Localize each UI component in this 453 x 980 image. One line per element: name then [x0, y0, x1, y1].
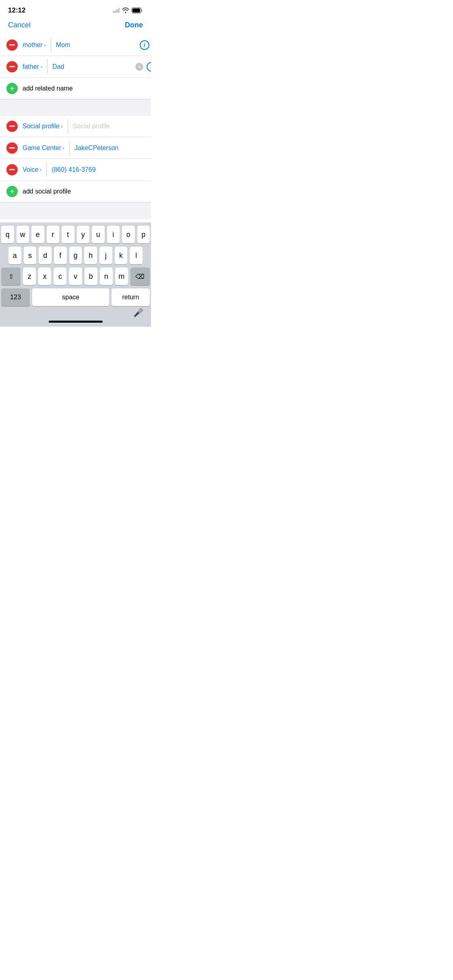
key-i[interactable]: i — [107, 226, 120, 243]
voice-row: Voice › — [0, 159, 151, 181]
father-row: father › × i › — [0, 56, 151, 78]
add-related-name-row[interactable]: + add related name — [0, 78, 151, 99]
key-r[interactable]: r — [47, 226, 60, 243]
keyboard-row-4: 123 space return — [1, 288, 150, 306]
social-profile-delete-button[interactable] — [6, 121, 18, 132]
delete-key[interactable]: ⌫ — [130, 268, 150, 285]
row-divider-5 — [46, 163, 47, 177]
svg-rect-2 — [116, 9, 118, 13]
key-n[interactable]: n — [100, 268, 113, 285]
add-social-profile-row[interactable]: + add social profile — [0, 181, 151, 202]
key-v[interactable]: v — [69, 268, 82, 285]
key-y[interactable]: y — [77, 226, 90, 243]
mic-row: 🎤 — [1, 308, 150, 317]
key-a[interactable]: a — [8, 247, 21, 264]
voice-delete-button[interactable] — [6, 164, 18, 175]
key-t[interactable]: t — [62, 226, 74, 243]
key-f[interactable]: f — [54, 247, 67, 264]
home-bar — [49, 321, 103, 323]
status-icons — [113, 8, 143, 13]
row-divider-3 — [68, 119, 68, 134]
svg-rect-0 — [113, 11, 114, 13]
key-x[interactable]: x — [38, 268, 51, 285]
key-l[interactable]: l — [130, 247, 143, 264]
mother-chevron: › — [44, 42, 46, 48]
mother-label[interactable]: mother › — [23, 41, 46, 49]
key-s[interactable]: s — [24, 247, 37, 264]
microphone-icon[interactable]: 🎤 — [133, 308, 143, 317]
voice-label[interactable]: Voice › — [23, 166, 41, 173]
key-w[interactable]: w — [17, 226, 29, 243]
father-input[interactable] — [52, 63, 133, 70]
nav-bar: Cancel Done — [0, 18, 151, 34]
add-related-name-label: add related name — [23, 85, 73, 92]
svg-rect-3 — [118, 8, 120, 13]
mother-info-button[interactable]: i — [140, 40, 149, 50]
social-profile-label[interactable]: Social profile › — [23, 123, 63, 130]
keyboard: q w e r t y u i o p a s d f g h j k l ⇧ … — [0, 222, 151, 327]
battery-icon — [132, 8, 143, 13]
social-profile-chevron: › — [61, 124, 63, 129]
key-p[interactable]: p — [137, 226, 150, 243]
home-indicator — [1, 321, 150, 325]
voice-chevron: › — [40, 167, 41, 173]
game-center-row: Game Center › — [0, 137, 151, 159]
svg-rect-1 — [115, 10, 116, 13]
key-j[interactable]: j — [99, 247, 112, 264]
key-q[interactable]: q — [1, 226, 14, 243]
social-profile-row: Social profile › — [0, 115, 151, 137]
row-divider-2 — [47, 60, 48, 74]
row-divider-4 — [69, 141, 70, 155]
key-g[interactable]: g — [69, 247, 82, 264]
game-center-input[interactable] — [74, 144, 151, 152]
wifi-icon — [122, 8, 129, 13]
father-delete-button[interactable] — [6, 61, 18, 72]
space-key[interactable]: space — [32, 288, 109, 306]
related-names-section: mother › i › father › × i › + add relate… — [0, 34, 151, 99]
mother-row: mother › i › — [0, 34, 151, 56]
status-bar: 12:12 — [0, 0, 151, 18]
key-m[interactable]: m — [115, 268, 128, 285]
add-social-profile-label: add social profile — [23, 188, 71, 195]
keyboard-row-1: q w e r t y u i o p — [1, 226, 150, 243]
game-center-delete-button[interactable] — [6, 142, 18, 154]
key-o[interactable]: o — [122, 226, 135, 243]
key-e[interactable]: e — [31, 226, 44, 243]
voice-input[interactable] — [52, 166, 145, 173]
key-k[interactable]: k — [115, 247, 128, 264]
key-b[interactable]: b — [85, 268, 97, 285]
key-z[interactable]: z — [23, 268, 36, 285]
signal-icon — [113, 8, 120, 13]
status-time: 12:12 — [8, 6, 25, 14]
social-profiles-section: Social profile › Game Center › Voice › +… — [0, 115, 151, 202]
mother-input[interactable] — [56, 41, 137, 49]
keyboard-row-3: ⇧ z x c v b n m ⌫ — [1, 268, 150, 285]
done-button[interactable]: Done — [125, 21, 143, 29]
game-center-chevron: › — [63, 145, 64, 151]
keyboard-row-2: a s d f g h j k l — [1, 247, 150, 264]
father-chevron: › — [41, 64, 42, 70]
key-u[interactable]: u — [92, 226, 105, 243]
section-spacer-1 — [0, 99, 151, 115]
father-label[interactable]: father › — [23, 63, 42, 70]
add-related-name-button[interactable]: + — [6, 83, 18, 94]
add-social-profile-button[interactable]: + — [6, 186, 18, 197]
social-profile-input[interactable] — [73, 123, 151, 130]
key-h[interactable]: h — [84, 247, 97, 264]
key-d[interactable]: d — [39, 247, 52, 264]
father-info-button[interactable]: i — [147, 62, 151, 72]
game-center-label[interactable]: Game Center › — [23, 144, 64, 152]
shift-key[interactable]: ⇧ — [1, 268, 21, 285]
key-c[interactable]: c — [54, 268, 66, 285]
cancel-button[interactable]: Cancel — [8, 21, 31, 29]
father-clear-button[interactable]: × — [135, 63, 143, 71]
section-spacer-2 — [0, 202, 151, 218]
numbers-key[interactable]: 123 — [1, 288, 30, 306]
row-divider — [51, 38, 51, 52]
svg-rect-5 — [132, 8, 140, 12]
return-key[interactable]: return — [112, 288, 150, 306]
mother-delete-button[interactable] — [6, 39, 18, 51]
